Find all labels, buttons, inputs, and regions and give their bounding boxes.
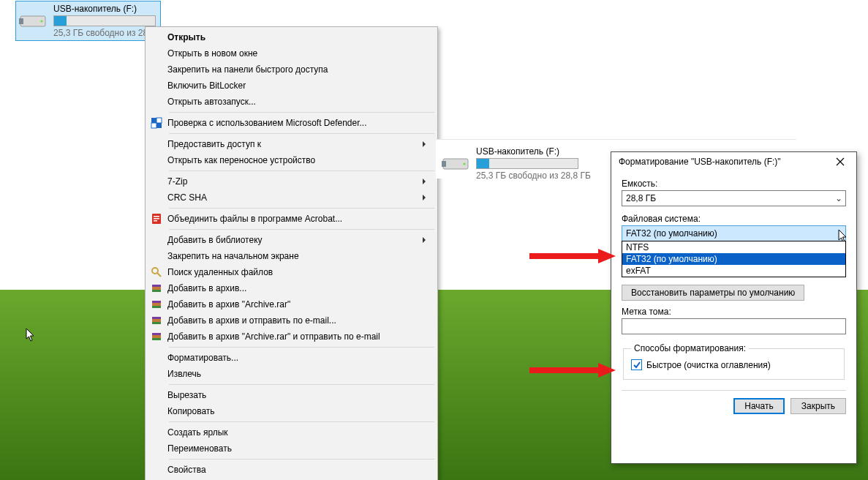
rar-icon bbox=[147, 282, 166, 294]
menu-item[interactable]: Объединить файлы в программе Acrobat... bbox=[147, 211, 436, 227]
rar-icon bbox=[147, 315, 166, 326]
close-button[interactable] bbox=[830, 154, 850, 169]
menu-separator bbox=[169, 459, 434, 460]
svg-rect-18 bbox=[152, 306, 161, 308]
menu-item[interactable]: Копировать bbox=[147, 403, 436, 419]
drive-name: USB-накопитель (F:) bbox=[476, 146, 591, 157]
filesystem-option[interactable]: exFAT bbox=[622, 265, 845, 277]
menu-item[interactable]: 7-Zip bbox=[147, 173, 436, 190]
svg-point-27 bbox=[463, 162, 465, 165]
filesystem-option[interactable]: FAT32 (по умолчанию) bbox=[622, 253, 845, 265]
menu-item-label: Вырезать bbox=[166, 390, 436, 400]
menu-separator bbox=[169, 170, 434, 171]
menu-separator bbox=[169, 347, 434, 348]
svg-rect-3 bbox=[151, 118, 156, 123]
svg-marker-31 bbox=[598, 363, 616, 378]
menu-item[interactable]: Открыть как переносное устройство bbox=[147, 152, 436, 168]
mouse-cursor-icon bbox=[26, 328, 36, 345]
menu-item[interactable]: Добавить в архив "Archive.rar" и отправи… bbox=[147, 329, 436, 345]
menu-item[interactable]: Добавить в архив "Archive.rar" bbox=[147, 296, 436, 312]
menu-item-label: Переименовать bbox=[166, 443, 436, 454]
chevron-down-icon: ⌄ bbox=[832, 193, 845, 203]
dialog-title: Форматирование "USB-накопитель (F:)" bbox=[619, 157, 830, 167]
svg-rect-14 bbox=[152, 285, 161, 287]
menu-item-label: Форматировать... bbox=[166, 353, 436, 363]
drive-tile-f-selected[interactable]: USB-накопитель (F:) 25,3 ГБ свободно из … bbox=[16, 1, 160, 40]
drive-freespace: 25,3 ГБ свободно из 28 bbox=[53, 28, 156, 38]
menu-item-label: Закрепить на начальном экране bbox=[166, 251, 436, 261]
search-icon bbox=[147, 266, 166, 278]
svg-rect-5 bbox=[151, 123, 156, 128]
usage-bar bbox=[476, 158, 578, 169]
shield-icon bbox=[147, 117, 166, 129]
menu-separator bbox=[169, 421, 434, 422]
rar-icon bbox=[147, 331, 166, 342]
menu-item-label: Свойства bbox=[166, 465, 436, 475]
menu-item-label: Добавить в архив и отправить по e-mail..… bbox=[166, 315, 436, 326]
volume-label-input[interactable] bbox=[622, 318, 846, 334]
close-dialog-button[interactable]: Закрыть bbox=[790, 398, 846, 414]
menu-item-label: CRC SHA bbox=[166, 192, 436, 203]
menu-item-label: Объединить файлы в программе Acrobat... bbox=[166, 214, 436, 224]
menu-item-label: Добавить в библиотеку bbox=[166, 235, 436, 245]
svg-rect-6 bbox=[156, 123, 162, 128]
svg-rect-24 bbox=[152, 338, 161, 340]
restore-defaults-button[interactable]: Восстановить параметры по умолчанию bbox=[622, 285, 804, 301]
menu-item[interactable]: Закрепить на панели быстрого доступа bbox=[147, 61, 436, 78]
menu-item[interactable]: Закрепить на начальном экране bbox=[147, 248, 436, 264]
menu-item-label: Закрепить на панели быстрого доступа bbox=[166, 64, 436, 75]
menu-item-label: Предоставить доступ к bbox=[166, 139, 436, 149]
menu-item[interactable]: Открыть в новом окне bbox=[147, 45, 436, 61]
volume-label-label: Метка тома: bbox=[622, 307, 846, 317]
usage-bar bbox=[53, 15, 156, 26]
filesystem-value: FAT32 (по умолчанию) bbox=[622, 228, 832, 239]
format-methods-label: Способы форматирования: bbox=[631, 343, 749, 353]
menu-separator bbox=[169, 208, 434, 209]
menu-item-label: Добавить в архив "Archive.rar" bbox=[166, 299, 436, 310]
filesystem-option[interactable]: NTFS bbox=[622, 241, 845, 253]
menu-item[interactable]: Включить BitLocker bbox=[147, 78, 436, 94]
svg-rect-10 bbox=[154, 220, 157, 222]
capacity-select[interactable]: 28,8 ГБ ⌄ bbox=[622, 190, 846, 206]
menu-item[interactable]: Форматировать... bbox=[147, 350, 436, 366]
dialog-titlebar[interactable]: Форматирование "USB-накопитель (F:)" bbox=[611, 152, 856, 171]
svg-rect-26 bbox=[442, 161, 446, 167]
svg-point-2 bbox=[40, 20, 42, 22]
menu-item[interactable]: Извлечь bbox=[147, 366, 436, 382]
menu-item[interactable]: Свойства bbox=[147, 462, 436, 478]
menu-separator bbox=[169, 112, 434, 113]
context-menu: ОткрытьОткрыть в новом окнеЗакрепить на … bbox=[145, 26, 438, 480]
filesystem-select[interactable]: FAT32 (по умолчанию) bbox=[622, 225, 846, 241]
menu-item[interactable]: Добавить в библиотеку bbox=[147, 232, 436, 248]
menu-item[interactable]: Добавить в архив... bbox=[147, 280, 436, 296]
drive-freespace: 25,3 ГБ свободно из 28,8 ГБ bbox=[476, 170, 591, 181]
menu-item[interactable]: Открыть автозапуск... bbox=[147, 94, 436, 110]
filesystem-label: Файловая система: bbox=[622, 214, 846, 224]
menu-item-label: Копировать bbox=[166, 406, 436, 416]
menu-item[interactable]: Создать ярлык bbox=[147, 424, 436, 440]
menu-item-label: Поиск удаленных файлов bbox=[166, 267, 436, 277]
menu-separator bbox=[169, 229, 434, 230]
menu-separator bbox=[169, 384, 434, 385]
menu-item[interactable]: Переименовать bbox=[147, 440, 436, 457]
menu-item-label: Добавить в архив... bbox=[166, 283, 436, 293]
menu-item[interactable]: Поиск удаленных файлов bbox=[147, 264, 436, 280]
menu-item-label: Открыть bbox=[166, 32, 436, 42]
menu-item-label: Открыть автозапуск... bbox=[166, 97, 436, 107]
svg-rect-4 bbox=[156, 118, 162, 123]
menu-item[interactable]: Открыть bbox=[147, 29, 436, 45]
quick-format-checkbox[interactable]: Быстрое (очистка оглавления) bbox=[631, 359, 837, 370]
quick-format-label: Быстрое (очистка оглавления) bbox=[646, 360, 771, 370]
svg-marker-29 bbox=[598, 249, 616, 263]
menu-item[interactable]: CRC SHA bbox=[147, 190, 436, 206]
svg-line-12 bbox=[157, 273, 161, 277]
menu-item[interactable]: Предоставить доступ к bbox=[147, 136, 436, 152]
menu-item[interactable]: Вырезать bbox=[147, 387, 436, 403]
separator bbox=[622, 390, 846, 391]
menu-item-label: Проверка с использованием Microsoft Defe… bbox=[166, 118, 436, 128]
filesystem-dropdown: NTFSFAT32 (по умолчанию)exFAT bbox=[622, 241, 846, 277]
menu-separator bbox=[169, 133, 434, 134]
menu-item[interactable]: Проверка с использованием Microsoft Defe… bbox=[147, 115, 436, 131]
menu-item[interactable]: Добавить в архив и отправить по e-mail..… bbox=[147, 312, 436, 329]
start-button[interactable]: Начать bbox=[733, 398, 785, 414]
